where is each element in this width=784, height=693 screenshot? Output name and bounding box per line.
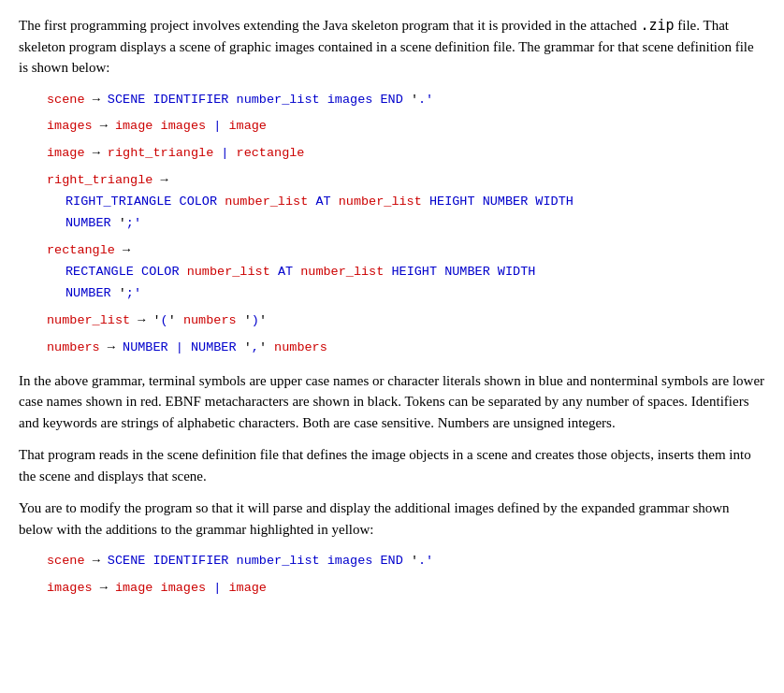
numbers-rule: numbers → NUMBER | NUMBER ',' numbers bbox=[47, 338, 765, 359]
footer-pipe: | bbox=[213, 581, 228, 595]
terminal-right-triangle: RIGHT_TRIANGLE bbox=[65, 195, 171, 209]
footer-terminal-scene: SCENE IDENTIFIER number_list images END bbox=[108, 554, 403, 568]
terminal-at2: AT bbox=[278, 265, 293, 279]
literal-quote1: ' bbox=[411, 93, 418, 107]
terminal-height1: HEIGHT NUMBER WIDTH bbox=[429, 195, 573, 209]
terminal-semi2: ;' bbox=[126, 286, 141, 300]
terminal-lparen: ( bbox=[161, 313, 168, 327]
terminal-height2: HEIGHT NUMBER WIDTH bbox=[391, 265, 535, 279]
terminal-rparen: ) bbox=[252, 313, 259, 327]
literal-rparen-close1: ' bbox=[168, 313, 176, 327]
nonterminal-number-list4: number_list bbox=[300, 265, 384, 279]
nonterminal-image: image bbox=[47, 146, 85, 160]
arrow6: → bbox=[138, 313, 152, 327]
terminal-dot: .' bbox=[418, 93, 433, 107]
nonterminal-number-list3: number_list bbox=[187, 265, 270, 279]
footer-nonterminal-image1: image bbox=[115, 581, 153, 595]
literal-semi2: ' bbox=[119, 286, 126, 300]
nonterminal-number-list2: number_list bbox=[339, 195, 422, 209]
footer-nonterminal-scene: scene bbox=[47, 554, 85, 568]
nonterminal-images: images bbox=[47, 119, 93, 133]
terminal-number1: NUMBER bbox=[65, 216, 111, 230]
image-rule: image → right_triangle | rectangle bbox=[47, 143, 765, 165]
terminal-color1: COLOR bbox=[180, 195, 218, 209]
nonterminal-images-ref: images bbox=[161, 119, 207, 133]
footer-nonterminal-images2: images bbox=[161, 581, 207, 595]
intro-paragraph: The first programming project involves e… bbox=[19, 15, 765, 79]
scene-rule: scene → SCENE IDENTIFIER number_list ima… bbox=[47, 90, 765, 111]
nonterminal-number-list: number_list bbox=[47, 313, 130, 327]
terminal-number4: NUMBER bbox=[191, 340, 237, 354]
footer-images-rule: images → image images | image bbox=[47, 578, 765, 599]
literal-semi1: ' bbox=[119, 216, 126, 230]
footer-nonterminal-image2: image bbox=[228, 581, 267, 595]
literal-rparen2: ' bbox=[244, 313, 252, 327]
modify-description: You are to modify the program so that it… bbox=[19, 498, 765, 540]
nonterminal-rectangle2: rectangle bbox=[47, 243, 115, 257]
arrow5: → bbox=[123, 243, 130, 257]
images-rule: images → image images | image bbox=[47, 116, 765, 137]
footer-arrow2: → bbox=[100, 581, 115, 595]
terminal-at1: AT bbox=[315, 195, 330, 209]
nonterminal-image-ref1: image bbox=[115, 119, 153, 133]
literal-lparen: ' bbox=[152, 313, 160, 327]
nonterminal-scene: scene bbox=[47, 93, 85, 107]
footer-scene-rule: scene → SCENE IDENTIFIER number_list ima… bbox=[47, 551, 765, 572]
arrow3: → bbox=[93, 146, 108, 160]
nonterminal-image-ref2: image bbox=[228, 119, 267, 133]
nonterminal-numbers: numbers bbox=[183, 313, 237, 327]
arrow4: → bbox=[161, 173, 168, 187]
pipe1: | bbox=[213, 119, 228, 133]
terminal-color2: COLOR bbox=[141, 265, 180, 279]
literal-comma-close: ' bbox=[259, 340, 267, 354]
literal-comma: ' bbox=[244, 340, 252, 354]
terminal-semi1: ;' bbox=[126, 216, 141, 230]
nonterminal-numbers3: numbers bbox=[274, 340, 327, 354]
program-description: That program reads in the scene definiti… bbox=[19, 444, 765, 486]
number-list-rule: number_list → '(' numbers ')' bbox=[47, 310, 765, 332]
footer-literal1: ' bbox=[411, 554, 418, 568]
nonterminal-numbers2: numbers bbox=[47, 340, 100, 354]
literal-rparen-close2: ' bbox=[259, 313, 267, 327]
footer-arrow1: → bbox=[93, 554, 108, 568]
footer-nonterminal-images: images bbox=[47, 581, 93, 595]
nonterminal-rectangle: rectangle bbox=[237, 146, 305, 160]
terminal-comma: , bbox=[252, 340, 259, 354]
right-triangle-rule: right_triangle → RIGHT_TRIANGLE COLOR nu… bbox=[47, 170, 765, 235]
pipe2: | bbox=[221, 146, 236, 160]
terminal-number3: NUMBER bbox=[123, 340, 168, 354]
nonterminal-right-tri: right_triangle bbox=[47, 173, 152, 187]
nonterminal-right-triangle: right_triangle bbox=[108, 146, 213, 160]
arrow2: → bbox=[100, 119, 115, 133]
terminal-scene-rhs: SCENE IDENTIFIER number_list images END bbox=[108, 93, 403, 107]
rectangle-rule: rectangle → RECTANGLE COLOR number_list … bbox=[47, 240, 765, 305]
arrow: → bbox=[93, 93, 108, 107]
nonterminal-number-list1: number_list bbox=[225, 195, 308, 209]
terminal-number2: NUMBER bbox=[65, 286, 111, 300]
grammar-explanation: In the above grammar, terminal symbols a… bbox=[19, 370, 765, 434]
footer-terminal-dot: .' bbox=[418, 554, 433, 568]
pipe3: | bbox=[176, 340, 191, 354]
terminal-rectangle: RECTANGLE bbox=[65, 265, 134, 279]
arrow7: → bbox=[108, 340, 123, 354]
